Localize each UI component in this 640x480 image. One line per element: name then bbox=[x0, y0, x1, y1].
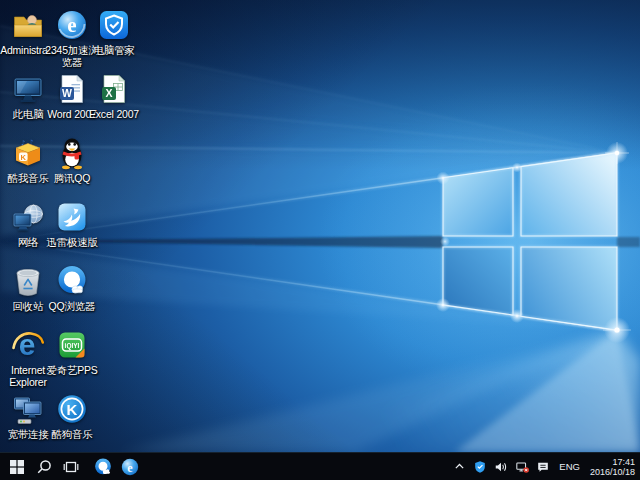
desktop-icon-iqiyi-pps[interactable]: iQIYI 爱奇艺PPS bbox=[42, 328, 102, 376]
start-button[interactable] bbox=[3, 453, 30, 480]
action-center-icon bbox=[536, 460, 550, 474]
clock-time: 17:41 bbox=[590, 457, 635, 467]
broadband-connection-icon bbox=[11, 392, 45, 426]
pc-manager-tray-shield-icon bbox=[473, 460, 487, 474]
icon-label: QQ浏览器 bbox=[42, 300, 102, 312]
2345-browser-taskbar-icon: e bbox=[120, 457, 140, 477]
taskbar-2345-browser-button[interactable]: e bbox=[116, 453, 143, 480]
tray-pc-manager-button[interactable] bbox=[472, 453, 488, 480]
internet-explorer-icon: e bbox=[11, 328, 45, 362]
recycle-bin-icon bbox=[11, 264, 45, 298]
chevron-up-icon bbox=[453, 460, 466, 473]
pc-manager-shield-icon bbox=[97, 8, 131, 42]
svg-text:K: K bbox=[67, 401, 78, 418]
desktop-icon-xunlei[interactable]: 迅雷极速版 bbox=[42, 200, 102, 248]
network-disconnected-icon bbox=[515, 460, 530, 474]
task-view-button[interactable] bbox=[57, 453, 84, 480]
clock-date: 2016/10/18 bbox=[590, 467, 635, 477]
svg-text:W: W bbox=[62, 87, 72, 99]
clock[interactable]: 17:41 2016/10/18 bbox=[588, 453, 635, 480]
svg-text:iQIYI: iQIYI bbox=[65, 342, 80, 350]
taskbar-left: e bbox=[0, 453, 143, 480]
kugou-music-icon: K bbox=[55, 392, 89, 426]
qq-browser-taskbar-icon bbox=[93, 457, 113, 477]
network-globe-icon bbox=[11, 200, 45, 234]
search-icon bbox=[36, 459, 52, 475]
system-tray: ENG 17:41 2016/10/18 bbox=[451, 453, 640, 480]
desktop-icon-tencent-qq[interactable]: 腾讯QQ bbox=[42, 136, 102, 184]
this-pc-monitor-icon bbox=[11, 72, 45, 106]
action-center-button[interactable] bbox=[535, 453, 551, 480]
desktop-icon-pc-manager[interactable]: 电脑管家 bbox=[84, 8, 144, 56]
show-hidden-icons-button[interactable] bbox=[451, 453, 467, 480]
desktop-icon-excel-2007[interactable]: X Excel 2007 bbox=[84, 72, 144, 120]
iqiyi-icon: iQIYI bbox=[55, 328, 89, 362]
volume-button[interactable] bbox=[493, 453, 509, 480]
xunlei-bird-icon bbox=[55, 200, 89, 234]
icon-label: 酷狗音乐 bbox=[42, 428, 102, 440]
icon-label: 腾讯QQ bbox=[42, 172, 102, 184]
svg-text:e: e bbox=[127, 460, 133, 474]
administrator-folder-icon bbox=[11, 8, 45, 42]
desktop-icon-qq-browser[interactable]: QQ浏览器 bbox=[42, 264, 102, 312]
taskbar-qq-browser-button[interactable] bbox=[89, 453, 116, 480]
language-code: ENG bbox=[559, 461, 580, 472]
windows-logo-icon bbox=[9, 459, 25, 475]
icon-label: 爱奇艺PPS bbox=[42, 364, 102, 376]
windows-desktop: Administra... e 2345加速浏览器 电脑管家 此电脑 W Wor… bbox=[0, 0, 640, 480]
network-status-button[interactable] bbox=[514, 453, 530, 480]
search-button[interactable] bbox=[30, 453, 57, 480]
task-view-icon bbox=[63, 459, 79, 475]
qq-penguin-icon bbox=[55, 136, 89, 170]
icon-label: 迅雷极速版 bbox=[42, 236, 102, 248]
desktop-icon-kugou-music[interactable]: K 酷狗音乐 bbox=[42, 392, 102, 440]
svg-text:K: K bbox=[20, 153, 26, 162]
kuwo-music-box-icon: ♪♪K bbox=[11, 136, 45, 170]
svg-text:e: e bbox=[67, 13, 76, 37]
excel-spreadsheet-icon: X bbox=[97, 72, 131, 106]
icon-label: Excel 2007 bbox=[84, 108, 144, 120]
taskbar: e ENG 17:41 2016/10/18 bbox=[0, 452, 640, 480]
svg-text:X: X bbox=[105, 87, 112, 99]
qq-browser-icon bbox=[55, 264, 89, 298]
icon-label: 电脑管家 bbox=[84, 44, 144, 56]
language-indicator[interactable]: ENG bbox=[556, 453, 583, 480]
speaker-icon bbox=[494, 460, 508, 474]
